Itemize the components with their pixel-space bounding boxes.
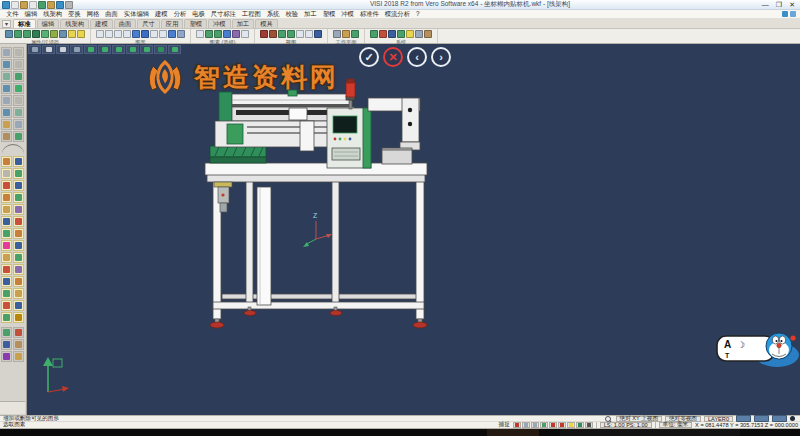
- menu-item[interactable]: 系统: [264, 10, 283, 19]
- tool-icon[interactable]: [351, 30, 359, 38]
- tool-icon[interactable]: [278, 30, 286, 38]
- ribbon-tab[interactable]: 线架构: [60, 19, 89, 28]
- quick-access-icon[interactable]: [20, 1, 28, 9]
- draw-tool-icon[interactable]: [13, 312, 24, 323]
- tool-icon[interactable]: [370, 30, 378, 38]
- tool-icon[interactable]: [141, 30, 149, 38]
- draw-tool-icon[interactable]: [1, 300, 12, 311]
- tool-icon[interactable]: [5, 30, 13, 38]
- draw-tool-icon[interactable]: [13, 252, 24, 263]
- tool-icon[interactable]: [232, 30, 240, 38]
- tool-icon[interactable]: [415, 30, 423, 38]
- quick-access-icon[interactable]: [11, 1, 19, 9]
- snap-toggle-button[interactable]: [567, 422, 575, 428]
- draw-tool-icon[interactable]: [13, 300, 24, 311]
- menu-item[interactable]: 尺寸标注: [208, 10, 239, 19]
- tool-icon[interactable]: [13, 107, 24, 118]
- minimize-button[interactable]: —: [762, 1, 769, 8]
- menu-item[interactable]: 实体编辑: [121, 10, 152, 19]
- tool-icon[interactable]: [168, 30, 176, 38]
- units-indicator[interactable]: 单位: 毫米: [659, 422, 692, 428]
- snap-toggle-button[interactable]: [522, 422, 530, 428]
- tool-icon[interactable]: [177, 30, 185, 38]
- maximize-button[interactable]: ❐: [776, 1, 782, 8]
- tool-icon[interactable]: [132, 30, 140, 38]
- snap-toggle-button[interactable]: [585, 422, 593, 428]
- snap-toggle-button[interactable]: [558, 422, 566, 428]
- quick-access-icon[interactable]: [38, 1, 46, 9]
- tool-icon[interactable]: [13, 351, 24, 362]
- tool-icon[interactable]: [13, 339, 24, 350]
- menu-item[interactable]: 校验: [283, 10, 302, 19]
- tool-icon[interactable]: [23, 30, 31, 38]
- tool-icon[interactable]: [296, 30, 304, 38]
- draw-tool-icon[interactable]: [13, 192, 24, 203]
- tool-icon[interactable]: [342, 30, 350, 38]
- tool-icon[interactable]: [150, 30, 158, 38]
- tool-icon[interactable]: [13, 95, 24, 106]
- draw-tool-icon[interactable]: [1, 228, 12, 239]
- tool-icon[interactable]: [13, 327, 24, 338]
- tool-icon[interactable]: [114, 30, 122, 38]
- tool-icon[interactable]: [1, 47, 12, 58]
- tool-icon[interactable]: [241, 30, 249, 38]
- tool-icon[interactable]: [1, 351, 12, 362]
- snap-toggle-button[interactable]: [513, 422, 521, 428]
- tool-icon[interactable]: [32, 30, 40, 38]
- tool-icon[interactable]: [1, 107, 12, 118]
- draw-tool-icon[interactable]: [13, 156, 24, 167]
- tool-icon[interactable]: [1, 83, 12, 94]
- tool-icon[interactable]: [1, 59, 12, 70]
- tool-icon[interactable]: [50, 30, 58, 38]
- tool-icon[interactable]: [13, 59, 24, 70]
- input-method-bar[interactable]: A ☽ T: [715, 330, 800, 368]
- draw-tool-icon[interactable]: [13, 276, 24, 287]
- ribbon-tab[interactable]: 标准: [13, 19, 36, 28]
- snap-toggle-button[interactable]: [540, 422, 548, 428]
- ribbon-tab[interactable]: 模具: [255, 19, 278, 28]
- draw-tool-icon[interactable]: [1, 156, 12, 167]
- tool-icon[interactable]: [1, 131, 12, 142]
- menu-item[interactable]: 塑模: [320, 10, 339, 19]
- tool-icon[interactable]: [13, 83, 24, 94]
- tool-icon[interactable]: [1, 71, 12, 82]
- tool-icon[interactable]: [314, 30, 322, 38]
- viewport-canvas[interactable]: ✓✕‹› 智造资料网: [27, 44, 800, 415]
- menu-item[interactable]: 建模: [152, 10, 171, 19]
- tool-icon[interactable]: [388, 30, 396, 38]
- tool-icon[interactable]: [13, 119, 24, 130]
- snap-toggle-button[interactable]: [549, 422, 557, 428]
- draw-tool-icon[interactable]: [1, 240, 12, 251]
- tool-icon[interactable]: [59, 30, 67, 38]
- quick-access-icon[interactable]: [29, 1, 37, 9]
- draw-tool-icon[interactable]: [1, 204, 12, 215]
- draw-tool-icon[interactable]: [1, 276, 12, 287]
- draw-tool-icon[interactable]: [13, 288, 24, 299]
- tool-icon[interactable]: [1, 95, 12, 106]
- tool-icon[interactable]: [1, 339, 12, 350]
- tool-icon[interactable]: [269, 30, 277, 38]
- tool-icon[interactable]: [406, 30, 414, 38]
- menu-right-icon[interactable]: [782, 11, 788, 17]
- menu-item[interactable]: 冲模: [338, 10, 357, 19]
- ribbon-tab[interactable]: 应用: [161, 19, 184, 28]
- tool-icon[interactable]: [223, 30, 231, 38]
- snap-toggle-button[interactable]: [531, 422, 539, 428]
- menu-right-icon[interactable]: [790, 11, 796, 17]
- menu-item[interactable]: 加工: [301, 10, 320, 19]
- draw-tool-icon[interactable]: [13, 204, 24, 215]
- ribbon-tab[interactable]: 编辑: [37, 19, 60, 28]
- draw-tool-icon[interactable]: [1, 192, 12, 203]
- draw-tool-icon[interactable]: [1, 288, 12, 299]
- tool-icon[interactable]: [214, 30, 222, 38]
- tool-icon[interactable]: [205, 30, 213, 38]
- ribbon-tab[interactable]: 曲面: [114, 19, 137, 28]
- menu-item[interactable]: 文件: [3, 10, 22, 19]
- menu-item[interactable]: 线架构: [40, 10, 65, 19]
- tool-icon[interactable]: [13, 131, 24, 142]
- ribbon-tab[interactable]: 冲模: [208, 19, 231, 28]
- menu-item[interactable]: 编辑: [22, 10, 41, 19]
- menu-item[interactable]: 网格: [84, 10, 103, 19]
- menu-item[interactable]: 模流分析: [382, 10, 413, 19]
- tab-overflow-button[interactable]: ▾: [2, 20, 11, 28]
